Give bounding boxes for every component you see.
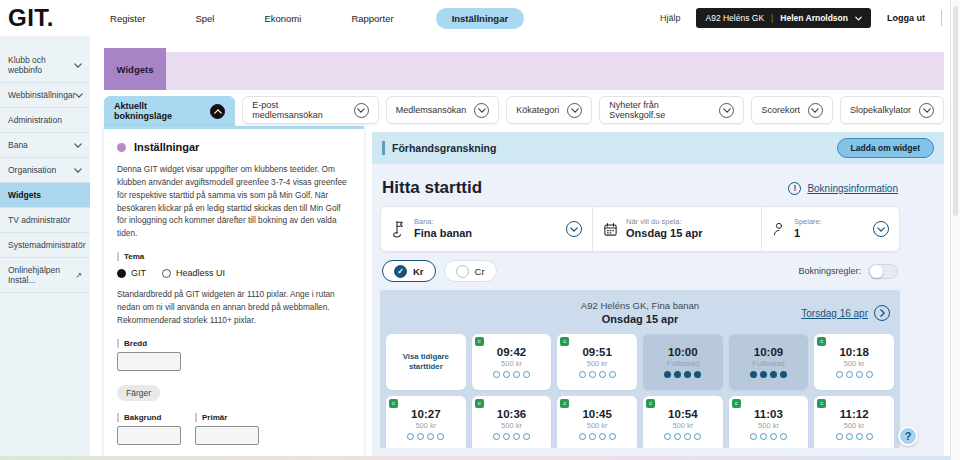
theme-radio-git[interactable]: GIT: [117, 268, 146, 278]
currency-kr-option[interactable]: ✓ Kr: [382, 260, 436, 282]
nav-item-spel[interactable]: Spel: [187, 8, 222, 29]
widget-tab-nyheter-från-svenskgolf-se[interactable]: Nyheter från Svenskgolf.se: [599, 96, 744, 124]
sidebar-item-klubb-och-webbinfo[interactable]: Klubb och webbinfo: [0, 48, 90, 83]
tee-time-slot-10-00[interactable]: 10:00Fullbokad: [643, 334, 723, 390]
course-header: A92 Heléns GK, Fina banan: [581, 300, 699, 312]
booking-info-link[interactable]: ! Bokningsinformation: [788, 182, 898, 195]
player-availability-dots: [664, 433, 701, 440]
free-dot-icon: [866, 433, 873, 440]
sidebar-item-administration[interactable]: Administration: [0, 108, 90, 133]
scrollbar[interactable]: [950, 0, 960, 460]
free-dot-icon: [493, 433, 500, 440]
help-button[interactable]: ?: [898, 426, 918, 446]
tee-time-slot-10-36[interactable]: c10:36500 kr: [472, 396, 552, 448]
free-dot-icon: [846, 433, 853, 440]
tee-time-slot-10-54[interactable]: c10:54500 kr: [643, 396, 723, 448]
tee-time-slot-10-27[interactable]: c10:27500 kr: [386, 396, 466, 448]
chevron-down-icon: [74, 168, 82, 173]
tee-time-slot-10-18[interactable]: c10:18500 kr: [814, 334, 894, 390]
slot-time: 10:27: [411, 408, 440, 420]
sidebar-item-label: Klubb och webbinfo: [8, 55, 74, 75]
date-selector[interactable]: När vill du spela: Onsdag 15 apr: [592, 207, 761, 251]
free-dot-icon: [523, 433, 530, 440]
widget-settings-panel: Inställningar Denna GIT widget visar upp…: [104, 126, 364, 456]
nav-item-ekonomi[interactable]: Ekonomi: [256, 8, 309, 29]
player-availability-dots: [750, 433, 787, 440]
nav-item-register[interactable]: Register: [102, 8, 153, 29]
bottom-gradient-strip: [0, 456, 960, 460]
help-link[interactable]: Hjälp: [660, 13, 681, 23]
widget-tab-slopekalkylator[interactable]: Slopekalkylator: [840, 96, 944, 124]
booked-dot-icon: [780, 371, 787, 378]
free-dot-icon: [589, 433, 596, 440]
free-dot-icon: [513, 433, 520, 440]
sidebar-item-systemadministratör[interactable]: Systemadministratör: [0, 233, 90, 258]
settings-heading: Inställningar: [117, 141, 351, 153]
git-logo: GIT.: [8, 4, 54, 32]
theme-radio-headless-ui[interactable]: Headless UI: [162, 268, 225, 278]
booked-dot-icon: [664, 371, 671, 378]
main-content: Widgets Aktuellt bokningslägeE-post medl…: [90, 36, 950, 460]
slot-price: 500 kr: [587, 421, 608, 430]
nav-item-inställningar[interactable]: Inställningar: [436, 8, 524, 29]
tee-time-slot-11-03[interactable]: c11:03500 kr: [729, 396, 809, 448]
sidebar-item-tv-administratör[interactable]: TV administratör: [0, 208, 90, 233]
user-name: Helen Arnoldson: [780, 13, 848, 23]
slot-price: 500 kr: [672, 421, 693, 430]
currency-kr-label: Kr: [413, 266, 424, 277]
slot-price: 500 kr: [415, 421, 436, 430]
calendar-icon: [603, 222, 618, 237]
date-selector-label: När vill du spela:: [626, 217, 702, 226]
tee-time-slot-09-42[interactable]: c09:42500 kr: [472, 334, 552, 390]
sidebar-item-bana[interactable]: Bana: [0, 133, 90, 158]
widget-tab-aktuellt-bokningsläge[interactable]: Aktuellt bokningsläge: [104, 96, 235, 126]
chevron-down-icon: [808, 103, 823, 118]
widget-tab-label: Scorekort: [761, 105, 800, 115]
nav-item-rapporter[interactable]: Rapporter: [343, 8, 401, 29]
widget-tab-label: Slopekalkylator: [850, 105, 911, 115]
players-selector[interactable]: Spelare: 1: [761, 207, 899, 251]
scrollbar-thumb[interactable]: [953, 6, 958, 216]
sidebar-item-webbinställningar[interactable]: Webbinställningar: [0, 83, 90, 108]
booking-rules-label: Bokningsregler:: [798, 266, 861, 276]
logout-button[interactable]: Logga ut: [887, 13, 925, 23]
chevron-down-icon: [567, 103, 582, 118]
free-dot-icon: [427, 433, 434, 440]
player-availability-dots: [579, 371, 616, 378]
radio-icon: [162, 269, 171, 278]
sidebar-item-organisation[interactable]: Organisation: [0, 158, 90, 183]
tee-time-slot-10-45[interactable]: c10:45500 kr: [557, 396, 637, 448]
tee-time-slot-11-12[interactable]: c11:12500 kr: [814, 396, 894, 448]
course-selector[interactable]: Bana: Fina banan: [381, 207, 592, 251]
course-selector-value: Fina banan: [414, 227, 472, 241]
widget-tab-medlemsansökan[interactable]: Medlemsansökan: [386, 96, 500, 124]
reload-widget-button[interactable]: Ladda om widget: [837, 138, 934, 158]
sidebar-item-widgets[interactable]: Widgets: [0, 183, 90, 208]
next-day-link[interactable]: Torsdag 16 apr: [801, 305, 890, 321]
free-dot-icon: [503, 433, 510, 440]
widget-tab-kökategori[interactable]: Kökategori: [506, 96, 592, 124]
show-earlier-times-button[interactable]: Visa tidigare starttider: [386, 334, 466, 390]
currency-cr-option[interactable]: Cr: [444, 260, 497, 282]
background-color-input[interactable]: [117, 426, 181, 445]
tab-widgets[interactable]: Widgets: [104, 48, 166, 90]
slot-time: 10:18: [839, 346, 868, 358]
slot-status: Fullbokad: [667, 359, 700, 368]
free-dot-icon: [770, 433, 777, 440]
tee-time-grid: Visa tidigare starttider c09:42500 krc09…: [386, 334, 894, 448]
width-input[interactable]: [117, 352, 181, 371]
club-user-menu[interactable]: A92 Heléns GK | Helen Arnoldson: [696, 8, 871, 28]
settings-description: Denna GIT widget visar uppgifter om klub…: [117, 163, 351, 240]
free-dot-icon: [513, 371, 520, 378]
background-color-label: Bakgrund: [117, 413, 181, 422]
sidebar-item-label: TV administratör: [8, 215, 70, 225]
tee-time-slot-10-09[interactable]: 10:09Fullbokad: [729, 334, 809, 390]
purple-dot-icon: [117, 143, 126, 152]
tee-time-slot-09-51[interactable]: c09:51500 kr: [557, 334, 637, 390]
sidebar-item-onlinehjälpen-instäl[interactable]: Onlinehjälpen Instäl...↗: [0, 258, 90, 293]
primary-color-input[interactable]: [195, 426, 259, 445]
booking-rules-toggle[interactable]: [868, 264, 898, 279]
widget-tab-scorekort[interactable]: Scorekort: [751, 96, 833, 124]
slot-price: 500 kr: [501, 359, 522, 368]
widget-tab-e-post-medlemsansökan[interactable]: E-post medlemsansökan: [242, 96, 379, 124]
